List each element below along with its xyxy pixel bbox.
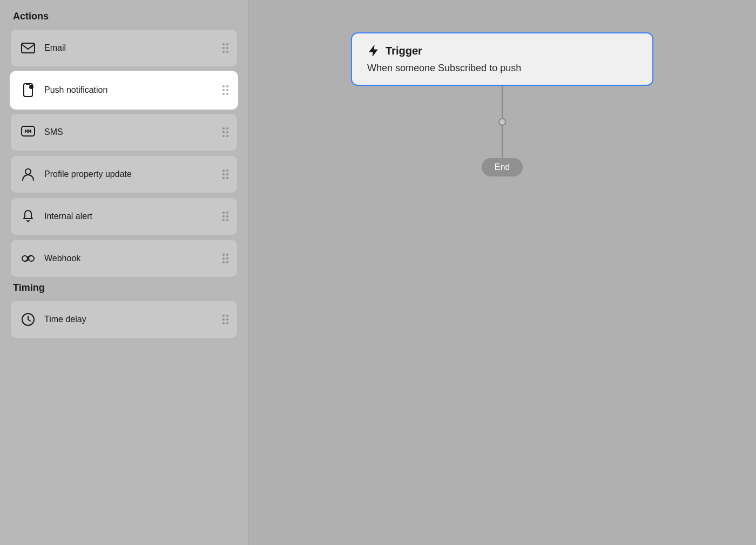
internal-alert-label: Internal alert xyxy=(44,212,222,221)
svg-point-3 xyxy=(29,85,33,89)
sidebar-item-email[interactable]: Email xyxy=(11,30,237,66)
sidebar-item-time-delay[interactable]: Time delay xyxy=(11,301,237,338)
profile-property-update-label: Profile property update xyxy=(44,169,222,179)
trigger-header: Trigger xyxy=(367,44,637,57)
webhook-icon xyxy=(19,250,37,267)
connector xyxy=(498,86,506,158)
drag-handle-push xyxy=(222,85,228,95)
push-notification-icon xyxy=(19,81,37,99)
connector-line-bottom xyxy=(502,126,503,158)
bell-icon xyxy=(19,208,37,225)
clock-icon xyxy=(19,311,37,328)
drag-handle-profile xyxy=(222,169,228,179)
profile-icon xyxy=(19,166,37,183)
sidebar-item-internal-alert[interactable]: Internal alert xyxy=(11,198,237,235)
canvas-content: Trigger When someone Subscribed to push … xyxy=(351,32,653,176)
sms-icon xyxy=(19,124,37,141)
workflow-canvas: Trigger When someone Subscribed to push … xyxy=(248,0,756,545)
push-notification-label: Push notification xyxy=(44,85,222,95)
sms-label: SMS xyxy=(44,127,222,137)
svg-point-6 xyxy=(27,130,29,132)
end-node: End xyxy=(482,158,523,176)
sidebar-item-sms[interactable]: SMS xyxy=(11,114,237,151)
sidebar: Actions Email Push notif xyxy=(0,0,248,545)
trigger-subtitle: When someone Subscribed to push xyxy=(367,63,637,74)
actions-section-title: Actions xyxy=(11,11,237,22)
end-label: End xyxy=(495,162,510,172)
trigger-title: Trigger xyxy=(386,45,422,57)
drag-handle-alert xyxy=(222,212,228,221)
sidebar-item-push-notification[interactable]: Push notification xyxy=(11,72,237,108)
time-delay-label: Time delay xyxy=(44,315,222,324)
timing-section: Timing Time delay xyxy=(11,282,237,338)
webhook-label: Webhook xyxy=(44,254,222,263)
svg-point-8 xyxy=(25,169,31,174)
drag-handle-webhook xyxy=(222,254,228,263)
trigger-card[interactable]: Trigger When someone Subscribed to push xyxy=(351,32,653,86)
connector-line-top xyxy=(502,86,503,118)
lightning-icon xyxy=(367,44,380,57)
sidebar-item-webhook[interactable]: Webhook xyxy=(11,240,237,277)
connector-dot xyxy=(498,118,506,126)
drag-handle-sms xyxy=(222,127,228,137)
drag-handle-time-delay xyxy=(222,315,228,324)
timing-section-title: Timing xyxy=(11,282,237,294)
email-icon xyxy=(19,39,37,57)
sidebar-item-profile-property-update[interactable]: Profile property update xyxy=(11,156,237,193)
svg-line-13 xyxy=(28,319,30,321)
svg-rect-0 xyxy=(22,43,35,53)
drag-handle-email xyxy=(222,43,228,53)
svg-rect-2 xyxy=(26,83,30,85)
svg-rect-4 xyxy=(22,126,35,136)
email-label: Email xyxy=(44,43,222,53)
